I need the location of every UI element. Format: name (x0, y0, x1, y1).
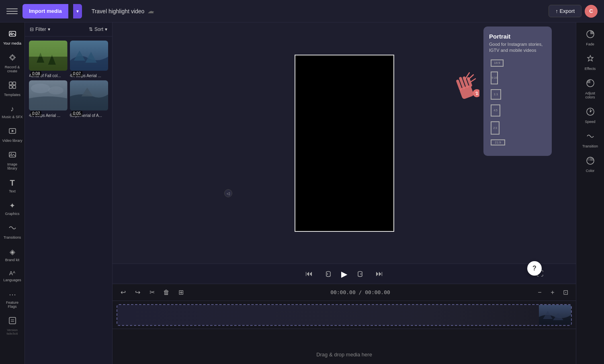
skip-to-end-button[interactable]: ⏭ (373, 268, 386, 280)
timeline-area: ↩ ↪ ✂ 🗑 ⊞ 00:00.00 / 00:00.00 − + ⊡ (113, 284, 576, 364)
undo-button[interactable]: ↩ (117, 287, 129, 298)
delete-button[interactable]: 🗑 (161, 287, 172, 298)
play-button[interactable]: ▶ (341, 269, 347, 279)
fit-to-window-button[interactable]: ⊡ (560, 287, 571, 298)
media-item[interactable]: 0:05 60fps Aerial of A... (70, 80, 109, 118)
record-create-icon (8, 53, 16, 63)
svg-point-29 (48, 86, 63, 94)
cloud-sync-icon: ☁̶ (147, 7, 154, 15)
import-media-button[interactable]: Import media (23, 4, 68, 18)
transition-label: Transition (582, 144, 598, 148)
aspect-option-4-5[interactable]: 4:5 (489, 104, 546, 117)
sidebar-item-transitions[interactable]: Transitions (0, 220, 25, 243)
sidebar-label-video-library: Video library (2, 139, 23, 143)
rewind-button[interactable] (322, 268, 335, 280)
export-button[interactable]: ↑ Export (549, 5, 581, 17)
aspect-option-1-1[interactable]: 1:1 (489, 88, 546, 100)
video-preview-canvas[interactable] (295, 55, 394, 232)
drag-drop-hint: Drag & drop media here (113, 352, 576, 358)
media-duration: 0:07 (31, 111, 41, 116)
adjust-colors-label: Adjustcolors (585, 91, 595, 99)
svg-rect-35 (463, 76, 469, 88)
sidebar-item-music-sfx[interactable]: ♪ Music & SFX (0, 101, 25, 123)
collapse-panel-button[interactable]: ◁ (224, 189, 232, 197)
aspect-option-16-9[interactable]: 16:9 (489, 59, 546, 67)
zoom-out-button[interactable]: − (534, 287, 545, 298)
sidebar-item-templates[interactable]: Templates (0, 77, 25, 101)
sort-button[interactable]: ⇅ Sort ▾ (89, 27, 107, 32)
aspect-box-2-3: 2:3 (491, 121, 500, 135)
aspect-panel-description: Good for Instagram stories, IGTV and mob… (489, 41, 546, 54)
sidebar-item-version[interactable]: Versionfa9c5c6 (0, 313, 25, 339)
sidebar-item-feature-flags[interactable]: ⋯ Feature Flags (0, 286, 25, 313)
right-tool-fade[interactable]: Fade (576, 26, 604, 50)
right-sidebar: Fade Effects Adjustcolors (576, 22, 604, 364)
transitions-icon (8, 224, 16, 234)
help-button[interactable]: ? (527, 261, 542, 276)
import-media-dropdown-button[interactable]: ▾ (73, 4, 82, 18)
right-tool-effects[interactable]: Effects (576, 50, 604, 75)
sidebar-label-text: Text (9, 189, 16, 193)
right-tool-transition[interactable]: Transition (576, 128, 604, 152)
forward-button[interactable] (354, 268, 366, 280)
templates-icon (8, 81, 16, 91)
svg-rect-34 (459, 77, 466, 90)
video-track-strip[interactable] (117, 304, 572, 326)
svg-marker-13 (12, 130, 14, 132)
version-icon (8, 317, 16, 327)
speed-icon (586, 107, 595, 118)
right-tool-speed[interactable]: Speed (576, 103, 604, 128)
svg-rect-23 (29, 41, 68, 57)
svg-point-15 (10, 153, 12, 155)
image-library-icon (8, 151, 16, 161)
cut-button[interactable]: ✂ (146, 287, 158, 298)
timeline-toolbar: ↩ ↪ ✂ 🗑 ⊞ 00:00.00 / 00:00.00 − + ⊡ (113, 284, 576, 301)
topbar-right: ↑ Export C (549, 5, 598, 18)
sidebar-item-video-library[interactable]: Video library (0, 123, 25, 147)
sidebar-item-your-media[interactable]: Your media (0, 26, 25, 49)
aspect-box-4-5: 4:5 (491, 104, 500, 117)
svg-rect-10 (9, 86, 12, 88)
color-icon (586, 156, 595, 167)
svg-rect-11 (13, 86, 16, 88)
media-item[interactable]: 0:08 Aerial of Fall col... (29, 41, 68, 78)
sidebar-item-text[interactable]: T Text (0, 174, 25, 197)
adjust-colors-icon (586, 79, 595, 90)
sidebar-item-image-library[interactable]: Imagelibrary (0, 147, 25, 174)
user-avatar[interactable]: C (585, 5, 598, 18)
svg-rect-42 (117, 305, 571, 326)
duplicate-button[interactable]: ⊞ (175, 287, 186, 298)
sidebar-item-graphics[interactable]: ✦ Graphics (0, 197, 25, 220)
transition-icon (586, 132, 595, 143)
graphics-icon: ✦ (9, 201, 15, 210)
skip-to-start-button[interactable]: ⏮ (303, 268, 315, 280)
sidebar-label-transitions: Transitions (4, 235, 21, 239)
aspect-option-9-16[interactable]: 9:16 (489, 71, 546, 85)
menu-button[interactable] (6, 6, 18, 17)
svg-line-40 (468, 75, 473, 80)
aspect-box-16-9: 16:9 (491, 59, 504, 67)
brand-kit-icon: ◈ (10, 247, 15, 256)
right-tool-color[interactable]: Color (576, 152, 604, 177)
filter-button[interactable]: ⊟ Filter ▾ (30, 27, 50, 32)
sidebar-item-record-create[interactable]: Record &create (0, 49, 25, 77)
svg-point-37 (472, 88, 479, 98)
zoom-in-button[interactable]: + (547, 287, 558, 298)
redo-button[interactable]: ↪ (132, 287, 143, 298)
video-track-row (113, 301, 576, 329)
aspect-option-2-3[interactable]: 2:3 (489, 121, 546, 135)
hand-cursor-graphic: 2 (447, 71, 479, 104)
svg-rect-20 (29, 57, 68, 71)
svg-rect-36 (467, 77, 473, 87)
speed-label: Speed (585, 120, 595, 124)
media-item[interactable]: 0:07 4K 60fps Aerial ... (29, 80, 68, 118)
right-tool-adjust-colors[interactable]: Adjustcolors (576, 75, 604, 103)
sidebar-item-languages[interactable]: Aᴬ Languages (0, 266, 25, 286)
zoom-controls: − + ⊡ (534, 287, 571, 298)
media-duration: 0:07 (72, 71, 82, 76)
aspect-option-21-9[interactable]: 21:9 (489, 139, 546, 146)
sidebar-label-feature-flags: Feature Flags (2, 301, 23, 309)
sidebar-item-brand-kit[interactable]: ◈ Brand kit (0, 243, 25, 266)
media-item[interactable]: 0:07 4K 60fps Aerial ... (70, 41, 109, 78)
filter-icon: ⊟ (30, 27, 34, 32)
